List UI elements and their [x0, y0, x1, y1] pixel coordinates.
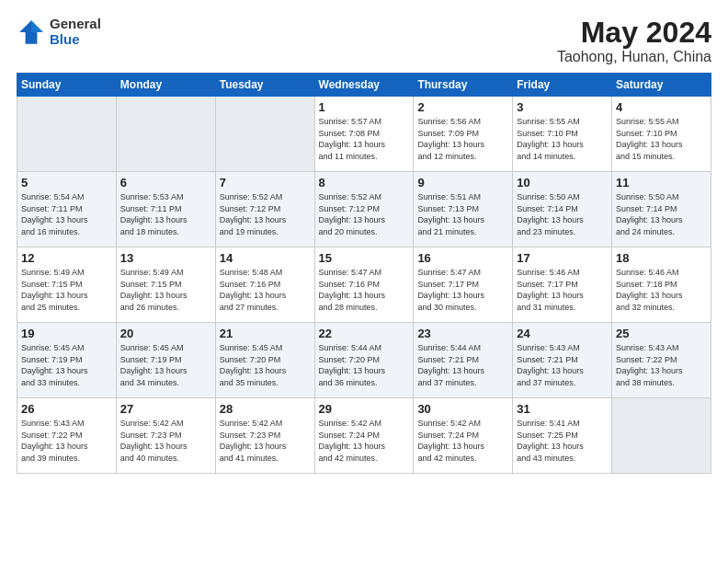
header-day-wednesday: Wednesday: [314, 74, 414, 97]
week-row-2: 12Sunrise: 5:49 AM Sunset: 7:15 PM Dayli…: [17, 247, 711, 323]
day-number: 20: [120, 327, 211, 340]
day-number: 14: [220, 251, 311, 265]
day-cell: 18Sunrise: 5:46 AM Sunset: 7:18 PM Dayli…: [612, 247, 711, 323]
logo-text: General Blue: [50, 17, 101, 47]
day-info: Sunrise: 5:55 AM Sunset: 7:10 PM Dayligh…: [616, 116, 707, 162]
day-info: Sunrise: 5:49 AM Sunset: 7:15 PM Dayligh…: [120, 267, 211, 313]
day-number: 17: [517, 251, 608, 265]
day-cell: 10Sunrise: 5:50 AM Sunset: 7:14 PM Dayli…: [513, 172, 612, 247]
day-number: 26: [21, 402, 112, 416]
logo: General Blue: [17, 17, 101, 47]
day-number: 23: [417, 327, 508, 340]
day-number: 12: [21, 251, 112, 265]
day-cell: [17, 97, 117, 172]
day-number: 22: [319, 327, 410, 340]
day-cell: 19Sunrise: 5:45 AM Sunset: 7:19 PM Dayli…: [17, 323, 117, 398]
day-number: 28: [220, 402, 311, 416]
day-info: Sunrise: 5:52 AM Sunset: 7:12 PM Dayligh…: [319, 191, 410, 237]
day-number: 31: [517, 402, 608, 416]
day-cell: 15Sunrise: 5:47 AM Sunset: 7:16 PM Dayli…: [314, 247, 414, 323]
day-number: 19: [21, 327, 112, 340]
week-row-4: 26Sunrise: 5:43 AM Sunset: 7:22 PM Dayli…: [17, 398, 711, 474]
day-cell: 7Sunrise: 5:52 AM Sunset: 7:12 PM Daylig…: [215, 172, 314, 247]
day-cell: 1Sunrise: 5:57 AM Sunset: 7:08 PM Daylig…: [314, 97, 414, 172]
week-row-1: 5Sunrise: 5:54 AM Sunset: 7:11 PM Daylig…: [17, 172, 711, 247]
day-info: Sunrise: 5:49 AM Sunset: 7:15 PM Dayligh…: [21, 267, 112, 313]
day-cell: 13Sunrise: 5:49 AM Sunset: 7:15 PM Dayli…: [116, 247, 215, 323]
day-info: Sunrise: 5:57 AM Sunset: 7:08 PM Dayligh…: [319, 116, 410, 162]
header-day-saturday: Saturday: [612, 74, 711, 97]
day-number: 10: [517, 176, 608, 190]
day-info: Sunrise: 5:46 AM Sunset: 7:18 PM Dayligh…: [616, 267, 707, 313]
day-number: 25: [616, 327, 707, 340]
day-cell: 6Sunrise: 5:53 AM Sunset: 7:11 PM Daylig…: [116, 172, 215, 247]
day-number: 16: [417, 251, 508, 265]
day-info: Sunrise: 5:45 AM Sunset: 7:19 PM Dayligh…: [120, 342, 211, 388]
day-info: Sunrise: 5:43 AM Sunset: 7:21 PM Dayligh…: [517, 342, 608, 388]
day-cell: 25Sunrise: 5:43 AM Sunset: 7:22 PM Dayli…: [612, 323, 711, 398]
svg-marker-2: [31, 20, 43, 32]
day-cell: 9Sunrise: 5:51 AM Sunset: 7:13 PM Daylig…: [414, 172, 513, 247]
day-cell: 29Sunrise: 5:42 AM Sunset: 7:24 PM Dayli…: [314, 398, 414, 474]
day-info: Sunrise: 5:56 AM Sunset: 7:09 PM Dayligh…: [417, 116, 508, 162]
day-cell: 2Sunrise: 5:56 AM Sunset: 7:09 PM Daylig…: [414, 97, 513, 172]
day-cell: 14Sunrise: 5:48 AM Sunset: 7:16 PM Dayli…: [215, 247, 314, 323]
day-cell: 17Sunrise: 5:46 AM Sunset: 7:17 PM Dayli…: [513, 247, 612, 323]
day-cell: 31Sunrise: 5:41 AM Sunset: 7:25 PM Dayli…: [513, 398, 612, 474]
day-cell: 27Sunrise: 5:42 AM Sunset: 7:23 PM Dayli…: [116, 398, 215, 474]
day-cell: 3Sunrise: 5:55 AM Sunset: 7:10 PM Daylig…: [513, 97, 612, 172]
day-cell: 22Sunrise: 5:44 AM Sunset: 7:20 PM Dayli…: [314, 323, 414, 398]
page: General Blue May 2024 Taohong, Hunan, Ch…: [0, 0, 728, 563]
day-cell: 16Sunrise: 5:47 AM Sunset: 7:17 PM Dayli…: [414, 247, 513, 323]
day-cell: 23Sunrise: 5:44 AM Sunset: 7:21 PM Dayli…: [414, 323, 513, 398]
day-info: Sunrise: 5:47 AM Sunset: 7:16 PM Dayligh…: [319, 267, 410, 313]
day-info: Sunrise: 5:48 AM Sunset: 7:16 PM Dayligh…: [220, 267, 311, 313]
header-day-thursday: Thursday: [414, 74, 513, 97]
day-cell: 12Sunrise: 5:49 AM Sunset: 7:15 PM Dayli…: [17, 247, 117, 323]
day-number: 29: [319, 402, 410, 416]
day-number: 1: [319, 100, 410, 114]
logo-icon: [17, 17, 46, 47]
logo-blue: Blue: [50, 32, 101, 48]
day-cell: [612, 398, 711, 474]
month-title: May 2024: [557, 17, 711, 49]
day-number: 27: [120, 402, 211, 416]
day-number: 7: [220, 176, 311, 190]
day-cell: 5Sunrise: 5:54 AM Sunset: 7:11 PM Daylig…: [17, 172, 117, 247]
day-cell: 8Sunrise: 5:52 AM Sunset: 7:12 PM Daylig…: [314, 172, 414, 247]
day-number: 8: [319, 176, 410, 190]
day-cell: 4Sunrise: 5:55 AM Sunset: 7:10 PM Daylig…: [612, 97, 711, 172]
day-info: Sunrise: 5:55 AM Sunset: 7:10 PM Dayligh…: [517, 116, 608, 162]
header: General Blue May 2024 Taohong, Hunan, Ch…: [17, 17, 711, 65]
day-info: Sunrise: 5:42 AM Sunset: 7:24 PM Dayligh…: [417, 418, 508, 464]
day-info: Sunrise: 5:51 AM Sunset: 7:13 PM Dayligh…: [417, 191, 508, 237]
day-number: 13: [120, 251, 211, 265]
day-info: Sunrise: 5:53 AM Sunset: 7:11 PM Dayligh…: [120, 191, 211, 237]
day-info: Sunrise: 5:43 AM Sunset: 7:22 PM Dayligh…: [616, 342, 707, 388]
day-info: Sunrise: 5:47 AM Sunset: 7:17 PM Dayligh…: [417, 267, 508, 313]
day-number: 2: [417, 100, 508, 114]
day-info: Sunrise: 5:42 AM Sunset: 7:23 PM Dayligh…: [120, 418, 211, 464]
week-row-0: 1Sunrise: 5:57 AM Sunset: 7:08 PM Daylig…: [17, 97, 711, 172]
day-cell: [116, 97, 215, 172]
header-day-friday: Friday: [513, 74, 612, 97]
day-cell: 26Sunrise: 5:43 AM Sunset: 7:22 PM Dayli…: [17, 398, 117, 474]
day-cell: 20Sunrise: 5:45 AM Sunset: 7:19 PM Dayli…: [116, 323, 215, 398]
day-cell: 21Sunrise: 5:45 AM Sunset: 7:20 PM Dayli…: [215, 323, 314, 398]
header-row: SundayMondayTuesdayWednesdayThursdayFrid…: [17, 74, 711, 97]
location-title: Taohong, Hunan, China: [557, 49, 711, 65]
day-number: 11: [616, 176, 707, 190]
day-number: 21: [220, 327, 311, 340]
day-cell: [215, 97, 314, 172]
day-info: Sunrise: 5:50 AM Sunset: 7:14 PM Dayligh…: [517, 191, 608, 237]
calendar-table: SundayMondayTuesdayWednesdayThursdayFrid…: [17, 73, 711, 474]
header-day-monday: Monday: [116, 74, 215, 97]
day-cell: 30Sunrise: 5:42 AM Sunset: 7:24 PM Dayli…: [414, 398, 513, 474]
day-info: Sunrise: 5:41 AM Sunset: 7:25 PM Dayligh…: [517, 418, 608, 464]
day-cell: 28Sunrise: 5:42 AM Sunset: 7:23 PM Dayli…: [215, 398, 314, 474]
day-cell: 11Sunrise: 5:50 AM Sunset: 7:14 PM Dayli…: [612, 172, 711, 247]
day-number: 6: [120, 176, 211, 190]
day-info: Sunrise: 5:43 AM Sunset: 7:22 PM Dayligh…: [21, 418, 112, 464]
day-cell: 24Sunrise: 5:43 AM Sunset: 7:21 PM Dayli…: [513, 323, 612, 398]
day-info: Sunrise: 5:42 AM Sunset: 7:23 PM Dayligh…: [220, 418, 311, 464]
